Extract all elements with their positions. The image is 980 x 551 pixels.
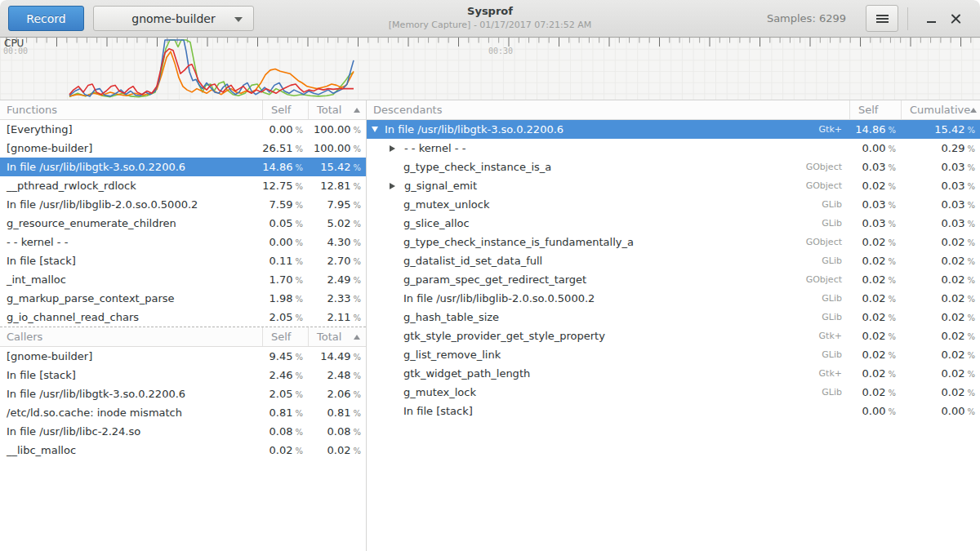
symbol-name: g_datalist_id_set_data_full bbox=[403, 255, 542, 267]
callers-self-column-header[interactable]: Self bbox=[262, 327, 308, 346]
table-row[interactable]: __pthread_rwlock_rdlock12.75%12.81% bbox=[0, 176, 366, 195]
cum-percent-cell: 0.02% bbox=[901, 273, 980, 286]
tree-row[interactable]: In file /usr/lib/libglib-2.0.so.0.5000.2… bbox=[367, 289, 980, 308]
table-row[interactable]: In file /usr/lib/libglib-2.0.so.0.5000.2… bbox=[0, 195, 366, 214]
tree-row[interactable]: g_mutex_lockGLib0.02%0.02% bbox=[367, 383, 980, 402]
percent-symbol: % bbox=[353, 238, 361, 247]
self-percent-cell: 0.11% bbox=[262, 255, 308, 267]
tree-row[interactable]: gtk_style_provider_get_style_propertyGtk… bbox=[367, 327, 980, 345]
percent-value: 2.48 bbox=[327, 369, 351, 381]
percent-symbol: % bbox=[295, 390, 303, 399]
symbol-name-cell: In file [stack] bbox=[0, 255, 262, 267]
table-row[interactable]: [Everything]0.00%100.00% bbox=[0, 120, 366, 139]
tree-row[interactable]: g_type_check_instance_is_aGObject0.03%0.… bbox=[367, 158, 980, 176]
descendants-cumulative-column-header[interactable]: Cumulative bbox=[901, 100, 980, 119]
percent-value: 0.02 bbox=[942, 349, 965, 361]
minimize-icon bbox=[927, 21, 936, 23]
menu-button[interactable] bbox=[866, 5, 898, 32]
tree-row[interactable]: In file /usr/lib/libgtk-3.so.0.2200.6Gtk… bbox=[367, 120, 980, 139]
library-tag: GLib bbox=[822, 293, 849, 304]
tree-row[interactable]: g_slice_allocGLib0.03%0.03% bbox=[367, 214, 980, 233]
symbol-name-cell: g_io_channel_read_chars bbox=[0, 311, 262, 323]
percent-symbol: % bbox=[967, 295, 975, 304]
callers-total-column-header[interactable]: Total bbox=[308, 327, 366, 346]
minimize-button[interactable] bbox=[919, 7, 943, 31]
tree-row[interactable]: - - kernel - -0.00%0.29% bbox=[367, 139, 980, 158]
descendants-self-column-header[interactable]: Self bbox=[849, 100, 901, 119]
sort-ascending-icon bbox=[970, 108, 977, 113]
cum-percent-cell: 0.03% bbox=[901, 161, 980, 173]
percent-value: 14.86 bbox=[855, 123, 885, 136]
percent-value: 0.02 bbox=[862, 330, 886, 342]
functions-total-column-header[interactable]: Total bbox=[308, 100, 366, 119]
total-percent-cell: 4.30% bbox=[308, 236, 366, 248]
symbol-name: g_hash_table_size bbox=[403, 311, 499, 323]
table-row[interactable]: [gnome-builder]26.51%100.00% bbox=[0, 139, 366, 158]
table-row[interactable]: In file [stack]0.11%2.70% bbox=[0, 251, 366, 270]
tree-row[interactable]: g_list_remove_linkGLib0.02%0.02% bbox=[367, 345, 980, 364]
library-tag: GLib bbox=[822, 218, 849, 229]
percent-value: 0.00 bbox=[862, 405, 886, 417]
functions-column-header[interactable]: Functions bbox=[0, 104, 262, 116]
table-row[interactable]: In file [stack]2.46%2.48% bbox=[0, 366, 366, 384]
functions-self-column-header[interactable]: Self bbox=[262, 100, 308, 119]
close-button[interactable] bbox=[943, 7, 968, 31]
table-row[interactable]: __libc_malloc0.02%0.02% bbox=[0, 441, 366, 460]
percent-value: 12.75 bbox=[262, 180, 292, 192]
symbol-name: gtk_widget_path_length bbox=[403, 367, 530, 380]
table-row[interactable]: _int_malloc1.70%2.49% bbox=[0, 270, 366, 289]
expander-open-icon[interactable] bbox=[372, 127, 378, 132]
tree-row[interactable]: g_signal_emitGObject0.02%0.03% bbox=[367, 176, 980, 195]
percent-value: 1.98 bbox=[270, 292, 293, 304]
dself-percent-cell: 0.02% bbox=[849, 255, 901, 267]
table-row[interactable]: In file /usr/lib/libc-2.24.so0.08%0.08% bbox=[0, 422, 366, 441]
self-percent-cell: 14.86% bbox=[262, 161, 308, 173]
self-percent-cell: 2.05% bbox=[262, 388, 308, 400]
percent-symbol: % bbox=[888, 257, 896, 266]
symbol-name: g_param_spec_get_redirect_target bbox=[403, 273, 586, 286]
percent-symbol: % bbox=[353, 447, 361, 455]
tree-row[interactable]: g_type_check_instance_is_fundamentally_a… bbox=[367, 233, 980, 251]
tree-row[interactable]: g_param_spec_get_redirect_targetGObject0… bbox=[367, 270, 980, 289]
percent-symbol: % bbox=[353, 295, 361, 304]
process-selector-dropdown[interactable]: gnome-builder bbox=[93, 6, 254, 31]
record-button[interactable]: Record bbox=[8, 6, 84, 31]
tree-row[interactable]: g_datalist_id_set_data_fullGLib0.02%0.02… bbox=[367, 251, 980, 270]
tree-row[interactable]: gtk_widget_path_lengthGtk+0.02%0.02% bbox=[367, 364, 980, 383]
percent-value: 0.08 bbox=[327, 425, 351, 438]
table-row[interactable]: - - kernel - -0.00%4.30% bbox=[0, 233, 366, 251]
callers-column-header[interactable]: Callers bbox=[0, 331, 262, 343]
tree-row[interactable]: In file [stack]0.00%0.00% bbox=[367, 402, 980, 420]
table-row[interactable]: g_markup_parse_context_parse1.98%2.33% bbox=[0, 289, 366, 308]
library-tag: GLib bbox=[822, 349, 849, 360]
symbol-name-cell: _int_malloc bbox=[0, 273, 262, 286]
table-row[interactable]: In file /usr/lib/libgtk-3.so.0.2200.62.0… bbox=[0, 384, 366, 403]
descendants-column-header[interactable]: Descendants bbox=[367, 104, 849, 116]
library-tag: GObject bbox=[806, 237, 849, 247]
process-selector-value: gnome-builder bbox=[131, 12, 215, 25]
symbol-name-cell: g_list_remove_linkGLib bbox=[367, 349, 849, 361]
percent-value: 0.02 bbox=[942, 255, 965, 267]
cpu-timeline-graph[interactable]: CPU 00:00 00:30 bbox=[0, 38, 980, 100]
table-row[interactable]: g_io_channel_read_chars2.05%2.11% bbox=[0, 308, 366, 327]
dself-percent-cell: 14.86% bbox=[849, 123, 901, 136]
percent-value: 100.00 bbox=[314, 142, 351, 154]
percent-value: 100.00 bbox=[314, 123, 351, 136]
table-row[interactable]: In file /usr/lib/libgtk-3.so.0.2200.614.… bbox=[0, 158, 366, 176]
tree-row[interactable]: g_hash_table_sizeGLib0.02%0.02% bbox=[367, 308, 980, 327]
percent-symbol: % bbox=[888, 276, 896, 285]
total-percent-cell: 2.48% bbox=[308, 369, 366, 381]
table-row[interactable]: /etc/ld.so.cache: inode mismatch0.81%0.8… bbox=[0, 403, 366, 422]
table-row[interactable]: [gnome-builder]9.45%14.49% bbox=[0, 347, 366, 366]
symbol-name: gtk_style_provider_get_style_property bbox=[403, 330, 605, 342]
self-percent-cell: 7.59% bbox=[262, 198, 308, 211]
expander-closed-icon[interactable] bbox=[390, 145, 395, 152]
table-row[interactable]: g_resource_enumerate_children0.05%5.02% bbox=[0, 214, 366, 233]
percent-value: 0.03 bbox=[862, 217, 886, 229]
expander-closed-icon[interactable] bbox=[390, 183, 395, 189]
tree-row[interactable]: g_mutex_unlockGLib0.03%0.03% bbox=[367, 195, 980, 214]
dself-percent-cell: 0.02% bbox=[849, 367, 901, 380]
percent-value: 0.03 bbox=[942, 217, 965, 229]
percent-value: 14.49 bbox=[320, 350, 350, 362]
percent-value: 0.02 bbox=[862, 292, 886, 304]
